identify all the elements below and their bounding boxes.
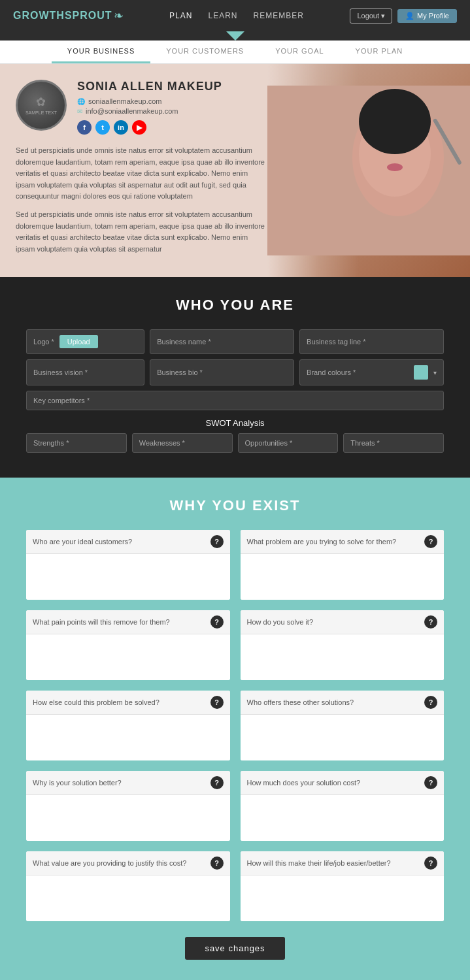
logo-text: GROWTHSPROUT (13, 10, 112, 22)
bio-field[interactable]: Business bio * (150, 359, 294, 385)
question-help-4[interactable]: ? (424, 615, 437, 629)
logout-button[interactable]: Logout ▾ (350, 8, 392, 24)
question-label-9: What value are you providing to justify … (33, 859, 186, 867)
question-card-6: Who offers these other solutions? ? (241, 691, 445, 760)
tagline-label: Business tag line * (307, 338, 366, 346)
form-row-3: Key competitors * (26, 391, 444, 410)
subnav-your-goal[interactable]: YOUR GOAL (260, 41, 339, 63)
question-body-7[interactable] (26, 795, 230, 841)
question-card-7: Why is your solution better? ? (26, 771, 230, 841)
question-help-9[interactable]: ? (210, 857, 224, 870)
question-body-6[interactable] (241, 715, 445, 760)
question-body-10[interactable] (241, 875, 445, 921)
question-help-7[interactable]: ? (210, 776, 224, 789)
question-body-8[interactable] (241, 795, 445, 841)
who-you-are-section: WHO YOU ARE Logo * Upload Business name … (0, 277, 470, 478)
question-body-1[interactable] (26, 554, 230, 600)
strengths-field[interactable]: Strengths * (26, 433, 127, 453)
question-header-8: How much does your solution cost? ? (241, 771, 445, 795)
nav-learn[interactable]: LEARN (208, 11, 237, 20)
question-help-6[interactable]: ? (424, 696, 437, 709)
linkedin-icon[interactable]: in (114, 120, 128, 135)
tagline-field[interactable]: Business tag line * (299, 329, 444, 354)
question-header-10: How will this make their life/job easier… (241, 851, 445, 875)
question-card-4: How do you solve it? ? (241, 610, 445, 680)
key-competitors-field[interactable]: Key competitors * (26, 391, 444, 410)
logo-field: Logo * Upload (26, 329, 144, 354)
question-help-2[interactable]: ? (424, 535, 437, 548)
plan-arrow-container (0, 31, 470, 41)
save-changes-button[interactable]: save changes (185, 937, 284, 960)
my-profile-button[interactable]: 👤 My Profile (397, 9, 457, 23)
hero-section: ✿ SAMPLE TEXT SONIA ALLEN MAKEUP 🌐 sonia… (0, 64, 470, 277)
logo-bold: GROWTH (13, 10, 65, 21)
questions-grid: Who are your ideal customers? ? What pro… (26, 530, 444, 921)
question-header-5: How else could this problem be solved? ? (26, 691, 230, 715)
question-card-3: What pain points will this remove for th… (26, 610, 230, 680)
question-header-2: What problem are you trying to solve for… (241, 530, 445, 554)
strengths-label: Strengths * (33, 439, 69, 447)
email-contact: ✉ info@soniaallenmakeup.com (77, 107, 222, 115)
question-card-10: How will this make their life/job easier… (241, 851, 445, 921)
globe-icon: 🌐 (77, 98, 85, 105)
form-row-2: Business vision * Business bio * Brand c… (26, 359, 444, 385)
question-help-8[interactable]: ? (424, 776, 437, 789)
subnav-your-business[interactable]: YOUR BUSINESS (52, 41, 150, 63)
upload-button[interactable]: Upload (59, 335, 98, 348)
who-you-are-title: WHO YOU ARE (26, 297, 444, 314)
question-body-3[interactable] (26, 634, 230, 680)
hero-bio1: Sed ut perspiciatis unde omnis iste natu… (16, 145, 265, 203)
business-name-label: Business name * (157, 338, 211, 346)
subnav-your-plan[interactable]: YOUR PLAN (340, 41, 419, 63)
question-body-9[interactable] (26, 875, 230, 921)
weaknesses-field[interactable]: Weaknesses * (132, 433, 233, 453)
weaknesses-label: Weaknesses * (139, 439, 185, 447)
top-navigation: GROWTHSPROUT ❧ PLAN LEARN REMEMBER Logou… (0, 0, 470, 31)
question-body-5[interactable] (26, 715, 230, 760)
question-body-2[interactable] (241, 554, 445, 600)
question-help-3[interactable]: ? (210, 615, 224, 629)
question-label-10: How will this make their life/job easier… (247, 859, 391, 867)
swot-title: SWOT Analysis (26, 418, 444, 428)
vision-field[interactable]: Business vision * (26, 359, 144, 385)
hero-content: ✿ SAMPLE TEXT SONIA ALLEN MAKEUP 🌐 sonia… (0, 64, 281, 277)
question-card-9: What value are you providing to justify … (26, 851, 230, 921)
brand-colours-label: Brand colours * (307, 368, 356, 376)
brand-colours-field[interactable]: Brand colours * ▾ (299, 359, 444, 385)
logo-leaf-icon: ❧ (114, 8, 124, 23)
question-label-4: How do you solve it? (247, 618, 314, 626)
facebook-icon[interactable]: f (77, 120, 92, 135)
business-name-field[interactable]: Business name * (150, 329, 294, 354)
subnav-your-customers[interactable]: YOUR CUSTOMERS (150, 41, 260, 63)
email-text: info@soniaallenmakeup.com (86, 107, 178, 115)
nav-remember[interactable]: REMEMBER (253, 11, 303, 20)
question-help-1[interactable]: ? (210, 535, 224, 548)
hero-image (267, 64, 470, 277)
question-help-10[interactable]: ? (424, 857, 437, 870)
why-you-exist-title: WHY YOU EXIST (26, 497, 444, 514)
nav-plan[interactable]: PLAN (169, 11, 192, 20)
color-swatch (414, 365, 428, 380)
question-header-6: Who offers these other solutions? ? (241, 691, 445, 715)
threats-field[interactable]: Threats * (343, 433, 444, 453)
hero-bio2: Sed ut perspiciatis unde omnis iste natu… (16, 209, 265, 255)
business-name: SONIA ALLEN MAKEUP (77, 80, 222, 93)
question-help-5[interactable]: ? (210, 696, 224, 709)
logo-label: Logo * (33, 338, 54, 346)
question-body-4[interactable] (241, 634, 445, 680)
question-label-7: Why is your solution better? (33, 779, 122, 787)
twitter-icon[interactable]: t (95, 120, 110, 135)
website-text: soniaallenmakeup.com (88, 97, 162, 105)
question-card-2: What problem are you trying to solve for… (241, 530, 445, 600)
business-profile: ✿ SAMPLE TEXT SONIA ALLEN MAKEUP 🌐 sonia… (16, 80, 265, 135)
plan-arrow-icon (226, 31, 244, 41)
threats-label: Threats * (350, 439, 380, 447)
avatar-text: SAMPLE TEXT (25, 110, 57, 116)
youtube-icon[interactable]: ▶ (132, 120, 146, 135)
color-dropdown-icon[interactable]: ▾ (433, 369, 437, 376)
opportunities-field[interactable]: Opportunities * (238, 433, 339, 453)
question-header-1: Who are your ideal customers? ? (26, 530, 230, 554)
form-row-1: Logo * Upload Business name * Business t… (26, 329, 444, 354)
why-you-exist-section: WHY YOU EXIST Who are your ideal custome… (0, 478, 470, 980)
question-card-1: Who are your ideal customers? ? (26, 530, 230, 600)
